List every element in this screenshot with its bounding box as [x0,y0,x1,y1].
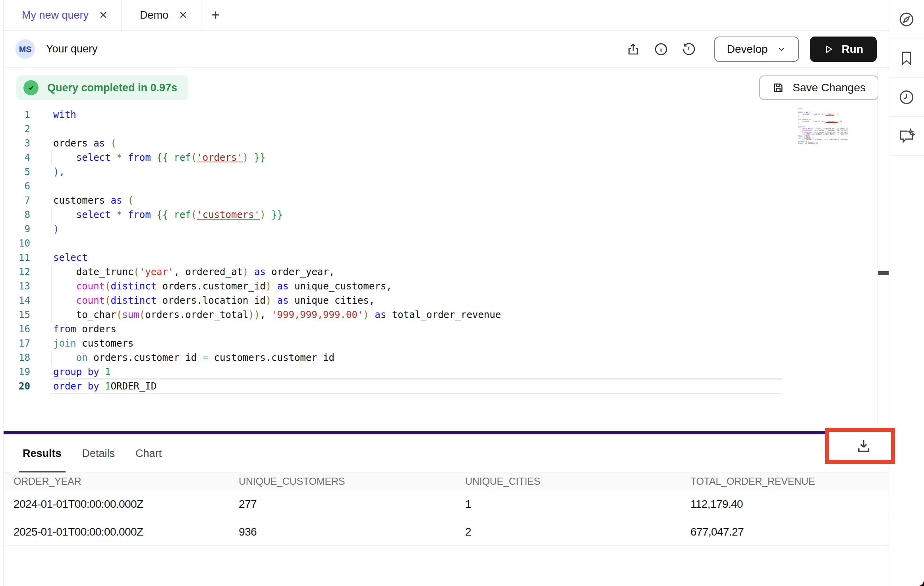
table-cell: 112,179.40 [690,498,889,511]
code-line: 12 date_trunc('year', ordered_at) as ord… [4,265,501,279]
code-line: 2 [4,122,501,136]
play-icon [823,44,834,54]
column-header: TOTAL_ORDER_REVENUE [690,476,889,487]
results-table: ORDER_YEARUNIQUE_CUSTOMERSUNIQUE_CITIEST… [4,472,889,546]
query-status-badge: Query completed in 0.97s [16,75,188,100]
tab-results[interactable]: Results [22,434,62,472]
code-line: 16from orders [4,322,501,336]
run-button[interactable]: Run [810,37,877,62]
table-row: 2025-01-01T00:00:00.000Z9362677,047.27 [4,518,889,546]
tab-demo[interactable]: Demo ✕ [122,0,201,30]
info-icon[interactable] [651,39,671,60]
run-label: Run [842,43,863,56]
table-row: 2024-01-01T00:00:00.000Z2771112,179.40 [4,490,889,518]
right-sidebar [889,0,924,586]
tab-label: Demo [140,9,168,21]
close-icon[interactable]: ✕ [179,9,188,21]
results-table-body: 2024-01-01T00:00:00.000Z2771112,179.4020… [4,490,889,546]
success-check-icon [23,80,39,95]
code-line: 8 select * from {{ ref('customers') }} [4,208,501,222]
chevron-down-icon [777,44,786,54]
code-line: 17join customers [4,336,501,351]
window-corner [912,580,924,586]
table-cell: 2024-01-01T00:00:00.000Z [14,498,239,511]
page-title: Your query [46,43,98,55]
results-table-header: ORDER_YEARUNIQUE_CUSTOMERSUNIQUE_CITIEST… [4,472,889,490]
save-label: Save Changes [793,81,866,94]
editor-minimap[interactable]: with orders as ( select * from {{ ref('o… [798,108,848,145]
table-cell: 1 [465,498,690,511]
results-tabbar: Results Details Chart [4,434,889,472]
code-line: 7customers as ( [4,193,501,208]
code-line: 6 [4,179,501,193]
code-line: 13 count(distinct orders.customer_id) as… [4,279,501,293]
results-panel: Results Details Chart ORDER_YEARUNIQUE_C… [4,434,889,586]
sql-editor[interactable]: Query completed in 0.97s Save Changes 1w… [4,68,889,431]
ai-chat-icon[interactable] [889,117,924,156]
develop-label: Develop [727,43,768,56]
editor-lines[interactable]: 1with23orders as (4 select * from {{ ref… [4,108,501,393]
app-window: My new query ✕ Demo ✕ + MS Your query [0,0,924,586]
code-line: 19group by 1 [4,365,501,379]
code-line: 4 select * from {{ ref('orders') }} [4,150,501,165]
column-header: ORDER_YEAR [14,476,239,487]
code-line: 5), [4,165,501,179]
code-line: 3orders as ( [4,136,501,150]
history-icon[interactable] [679,39,699,60]
scrollbar-cursor-marker[interactable] [878,271,889,275]
code-line: 15 to_char(sum(orders.order_total)), '99… [4,308,501,322]
clock-icon[interactable] [889,78,924,117]
download-results-button[interactable] [850,434,878,458]
save-changes-button[interactable]: Save Changes [759,75,878,100]
tab-label: My new query [22,9,89,21]
editor-tabbar: My new query ✕ Demo ✕ + [4,0,889,31]
main-column: My new query ✕ Demo ✕ + MS Your query [3,0,889,586]
develop-dropdown[interactable]: Develop [714,37,799,62]
new-tab-button[interactable]: + [201,0,230,30]
column-header: UNIQUE_CUSTOMERS [239,476,465,487]
code-line: 9) [4,222,501,236]
code-line: 1with [4,108,501,122]
tab-chart[interactable]: Chart [135,434,162,472]
download-icon [855,438,872,454]
close-icon[interactable]: ✕ [99,9,108,21]
code-line: 20order by 1ORDER_ID [4,379,501,393]
query-status-text: Query completed in 0.97s [47,82,177,94]
table-cell: 936 [239,526,465,538]
panel-resize-divider[interactable] [4,431,889,434]
save-icon [772,81,785,94]
code-line: 18 on orders.customer_id = customers.cus… [4,351,501,365]
share-icon[interactable] [623,39,644,60]
code-line: 10 [4,236,501,251]
bookmark-icon[interactable] [889,39,924,78]
tab-my-new-query[interactable]: My new query ✕ [4,0,122,30]
column-header: UNIQUE_CITIES [465,476,690,487]
table-cell: 2025-01-01T00:00:00.000Z [14,526,239,538]
editor-scrollbar[interactable] [878,68,889,431]
table-cell: 677,047.27 [690,526,889,538]
compass-icon[interactable] [889,0,924,39]
code-line: 14 count(distinct orders.location_id) as… [4,293,501,308]
query-header: MS Your query Develop Run [4,31,889,68]
tab-details[interactable]: Details [81,434,116,472]
avatar: MS [15,39,35,59]
table-cell: 277 [239,498,465,511]
code-line: 11select [4,251,501,265]
table-cell: 2 [465,526,690,538]
